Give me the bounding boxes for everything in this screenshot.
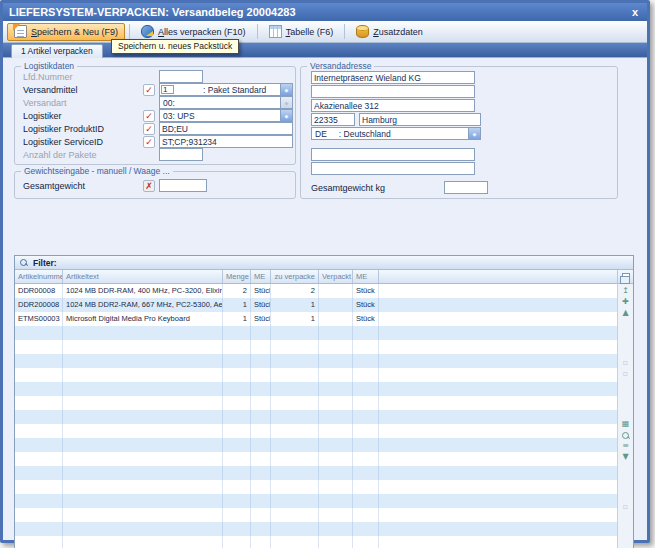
cell-nr xyxy=(15,326,63,340)
cell-text xyxy=(63,522,223,536)
save-new-button[interactable]: Speichern & Neu (F9) xyxy=(7,23,125,41)
cell-text xyxy=(63,438,223,452)
checked-icon[interactable] xyxy=(143,123,155,135)
add-row-icon[interactable] xyxy=(622,297,629,308)
cell-menge xyxy=(223,410,251,424)
column-header-menge[interactable]: Menge xyxy=(223,270,251,283)
search-icon[interactable] xyxy=(19,258,28,267)
country-combo[interactable]: DE : Deutschland xyxy=(311,127,481,140)
combo-text: : Deutschland xyxy=(339,129,391,139)
cell-zu xyxy=(271,368,319,382)
column-header-filler xyxy=(379,270,617,283)
close-button[interactable]: x xyxy=(629,6,641,18)
unchecked-icon[interactable] xyxy=(143,180,155,192)
cell-nr: DDR200008 xyxy=(15,298,63,312)
gesamtgewicht-input[interactable] xyxy=(159,179,207,192)
cell-me xyxy=(251,438,271,452)
address-extra1-input[interactable] xyxy=(311,148,475,161)
lfd-nummer-input[interactable] xyxy=(159,70,203,83)
pack-all-button[interactable]: Alles verpacken (F10) xyxy=(134,23,253,41)
column-header-me[interactable]: ME xyxy=(251,270,271,283)
grid-layout-icon[interactable] xyxy=(622,419,630,430)
field-label: Logistiker ServiceID xyxy=(23,137,103,147)
address-extra2-input[interactable] xyxy=(311,162,475,175)
dropdown-icon[interactable] xyxy=(280,110,292,121)
tab-artikel-verpacken[interactable]: 1 Artikel verpacken xyxy=(11,44,103,58)
field-label: Logistiker ProduktID xyxy=(23,124,104,134)
cell-verpackt xyxy=(319,326,353,340)
cell-me xyxy=(251,452,271,466)
search-icon[interactable] xyxy=(621,431,630,440)
logistiker-combo[interactable]: 03: UPS xyxy=(159,109,293,122)
service-id-input[interactable] xyxy=(159,135,293,148)
cell-text: 1024 MB DDR-RAM, 400 MHz, PC-3200, Elixi… xyxy=(63,284,223,298)
combo-code[interactable]: 1 xyxy=(161,85,174,94)
cell-me2 xyxy=(353,466,379,480)
column-header-zu[interactable]: zu verpacke xyxy=(271,270,319,283)
gesamtgewicht-kg-input[interactable] xyxy=(444,181,488,194)
address-name2-input[interactable] xyxy=(311,85,475,98)
column-header-text[interactable]: Artikeltext xyxy=(63,270,223,283)
cell-filler xyxy=(379,438,617,452)
column-header-verpackt[interactable]: Verpackt xyxy=(319,270,353,283)
cell-nr xyxy=(15,452,63,466)
combo-text: 00: xyxy=(160,98,175,108)
anzahl-pakete-input[interactable] xyxy=(159,148,203,161)
table-row-empty xyxy=(15,424,617,438)
group-title: Gewichtseingabe - manuell / Waage ... xyxy=(21,166,173,176)
list-icon[interactable] xyxy=(622,441,629,452)
screen: LIEFERSYSTEM-VERPACKEN: Versandbeleg 200… xyxy=(0,0,655,548)
cell-zu xyxy=(271,396,319,410)
cell-me2 xyxy=(353,424,379,438)
field-label: Logistiker xyxy=(23,111,62,121)
checked-icon[interactable] xyxy=(143,110,155,122)
address-street-input[interactable] xyxy=(311,99,475,112)
extra-data-button[interactable]: Zusatzdaten xyxy=(349,23,430,41)
cell-verpackt xyxy=(319,298,353,312)
dropdown-icon[interactable] xyxy=(468,128,480,139)
tooltip: Speichern u. neues Packstück xyxy=(111,39,239,54)
table-row[interactable]: DDR2000081024 MB DDR2-RAM, 667 MHz, PC2-… xyxy=(15,298,617,312)
cell-verpackt xyxy=(319,312,353,326)
column-header-me2[interactable]: ME xyxy=(353,270,379,283)
cell-me2 xyxy=(353,536,379,548)
cell-text xyxy=(63,424,223,438)
cell-me xyxy=(251,494,271,508)
cell-menge xyxy=(223,494,251,508)
grid-header: ArtikelnummerArtikeltextMengeMEzu verpac… xyxy=(15,270,633,284)
placeholder-icon xyxy=(623,502,628,513)
filter-icon[interactable] xyxy=(622,452,628,463)
table-row[interactable]: ETMS00003Microsoft Digital Media Pro Key… xyxy=(15,312,617,326)
address-zip-input[interactable] xyxy=(311,113,355,126)
column-chooser-button[interactable] xyxy=(617,270,633,283)
column-header-nr[interactable]: Artikelnummer xyxy=(15,270,63,283)
grid-nav-strip xyxy=(617,284,633,548)
cell-menge: 1 xyxy=(223,298,251,312)
table-row-empty xyxy=(15,522,617,536)
cell-verpackt xyxy=(319,466,353,480)
cell-nr xyxy=(15,522,63,536)
checked-icon[interactable] xyxy=(143,136,155,148)
row-up-icon[interactable] xyxy=(622,308,628,319)
cell-nr xyxy=(15,368,63,382)
cell-verpackt xyxy=(319,284,353,298)
cell-me2 xyxy=(353,340,379,354)
address-city-input[interactable] xyxy=(359,113,481,126)
checked-icon[interactable] xyxy=(143,84,155,96)
cell-nr xyxy=(15,340,63,354)
produkt-id-input[interactable] xyxy=(159,122,293,135)
cell-text xyxy=(63,480,223,494)
dropdown-icon[interactable] xyxy=(280,84,292,95)
versandmittel-combo[interactable]: 1 : Paket Standard xyxy=(159,83,293,96)
cell-verpackt xyxy=(319,410,353,424)
cell-zu xyxy=(271,354,319,368)
scroll-top-icon[interactable] xyxy=(622,286,629,297)
address-name-input[interactable] xyxy=(311,71,475,84)
cell-filler xyxy=(379,284,617,298)
cell-text xyxy=(63,494,223,508)
table-row[interactable]: DDR000081024 MB DDR-RAM, 400 MHz, PC-320… xyxy=(15,284,617,298)
table-view-button[interactable]: Tabelle (F6) xyxy=(262,23,341,41)
filter-bar: Filter: xyxy=(15,256,633,270)
group-logistikdaten: Logistikdaten Lfd.Nummer Versandmittel 1… xyxy=(14,66,296,165)
table-row-empty xyxy=(15,340,617,354)
